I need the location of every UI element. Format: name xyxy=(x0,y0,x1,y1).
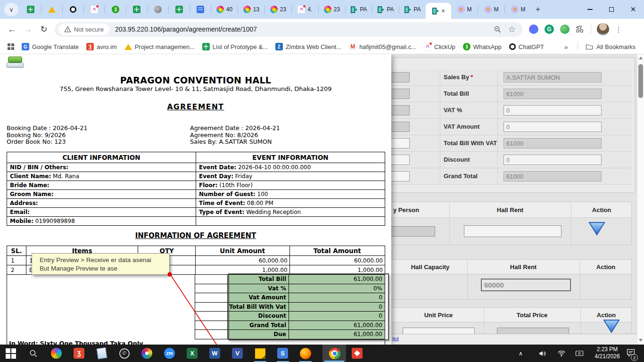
taskbar-notepad[interactable] xyxy=(96,347,107,359)
bookmark-prototype-list[interactable]: List of Prototype &... xyxy=(202,43,268,50)
address-bar[interactable]: Not secure 203.95.220.106/paragon/agreem… xyxy=(55,22,522,37)
sales-by-input[interactable] xyxy=(504,72,602,82)
action-dropdown-triangle[interactable] xyxy=(588,222,605,236)
bookmark-gmail[interactable]: Mhafijmit05@gmail.c... xyxy=(349,43,416,50)
start-button[interactable] xyxy=(5,347,17,359)
back-button[interactable]: ← xyxy=(4,21,20,37)
bookmark-avro[interactable]: Ʒavro.im xyxy=(86,43,117,50)
pinned-tab-sheets[interactable] xyxy=(20,1,41,17)
new-tab-button[interactable]: + xyxy=(531,3,545,16)
taskbar-search-button[interactable] xyxy=(27,347,39,359)
scroll-up-arrow[interactable] xyxy=(639,57,643,59)
tab-m-3[interactable]: M xyxy=(505,1,531,17)
extension-icon[interactable] xyxy=(529,25,538,34)
bookmarks-overflow-button[interactable]: » xyxy=(564,43,568,51)
apps-grid-icon[interactable] xyxy=(8,43,14,50)
tab-m-1[interactable]: M xyxy=(451,1,478,17)
hidden-field-stub[interactable] xyxy=(389,138,410,148)
tray-cast[interactable] xyxy=(573,347,585,359)
zoom-icon[interactable] xyxy=(494,25,502,33)
grammarly-icon[interactable]: G xyxy=(545,25,554,34)
tab-m-2[interactable]: M xyxy=(478,1,504,17)
notification-center-button[interactable]: 2 xyxy=(626,348,636,359)
window-minimize-button[interactable] xyxy=(579,0,601,19)
tab-active-paragon[interactable]: × xyxy=(426,3,451,19)
browser-menu-button[interactable]: ⋮ xyxy=(615,25,622,34)
hidden-field-stub[interactable] xyxy=(389,72,410,82)
tab-40[interactable]: 40 xyxy=(211,1,238,17)
tab-pa-3[interactable]: PA xyxy=(399,1,426,17)
pinned-tab-clickup[interactable] xyxy=(84,1,105,17)
taskbar-avro[interactable]: Ʒ xyxy=(73,347,85,359)
hidden-field-stub[interactable] xyxy=(389,122,410,132)
taskbar-whatsapp[interactable]: ✆ xyxy=(118,347,130,359)
taskbar-s-app[interactable]: S xyxy=(277,347,289,359)
tab-clickup-4[interactable]: 4. xyxy=(292,1,318,17)
bookmark-project-management[interactable]: Project managemen... xyxy=(124,43,195,50)
bookmark-chatgpt[interactable]: ChatGPT xyxy=(509,43,544,50)
total-bill-with-vat-input[interactable] xyxy=(504,138,602,148)
bookmark-star-icon[interactable]: ☆ xyxy=(508,24,516,34)
hidden-field-stub[interactable] xyxy=(389,105,410,115)
extension-leaf-icon[interactable] xyxy=(560,25,570,34)
pinned-tab-sheets-2[interactable] xyxy=(126,1,147,17)
taskbar-excel[interactable]: X xyxy=(186,347,198,359)
bookmark-zimbra[interactable]: ZZimbra Web Client... xyxy=(275,43,341,50)
extensions-puzzle-icon[interactable] xyxy=(576,25,585,34)
taskbar-red-app[interactable] xyxy=(351,347,363,359)
page-scrollbar[interactable] xyxy=(637,54,644,345)
tray-volume[interactable] xyxy=(537,347,548,359)
pinned-tab-whatsapp[interactable]: 3 xyxy=(105,1,126,17)
pinned-tab-docs[interactable] xyxy=(190,1,211,17)
tab-13[interactable]: 13 xyxy=(238,1,264,17)
hidden-field-stub[interactable] xyxy=(389,89,410,99)
scrollbar-thumb[interactable] xyxy=(638,64,643,98)
tray-expand-button[interactable]: ∧ xyxy=(515,347,527,359)
forward-button[interactable]: → xyxy=(20,21,36,37)
hidden-field-stub[interactable] xyxy=(389,155,410,165)
hall-rent-input-2[interactable] xyxy=(481,279,571,291)
tab-pa-1[interactable]: PA xyxy=(346,1,372,17)
hall-rent-input-1[interactable] xyxy=(464,225,561,237)
action-dropdown-triangle[interactable] xyxy=(603,319,620,333)
tab-23[interactable]: 23 xyxy=(265,1,291,17)
footer-link[interactable]: ltd xyxy=(392,336,399,343)
tab-pa-2[interactable]: PA xyxy=(372,1,399,17)
all-bookmarks-button[interactable]: All Bookmarks xyxy=(578,42,636,51)
taskbar-firefox[interactable] xyxy=(299,347,311,359)
tab-search-button[interactable]: ∨ xyxy=(4,3,18,16)
person-stub-input[interactable] xyxy=(390,226,435,237)
whatsapp-phone-icon: ✆ xyxy=(119,348,130,359)
taskbar-sticky-notes[interactable] xyxy=(254,347,266,359)
bookmark-whatsapp[interactable]: 3WhatsApp xyxy=(463,43,502,50)
total-bill-input[interactable] xyxy=(504,89,602,99)
taskbar-word[interactable]: W xyxy=(209,347,221,359)
tray-wifi[interactable] xyxy=(555,347,567,359)
tab-23-2[interactable]: 23 xyxy=(319,1,345,17)
pinned-tab-sheets-3[interactable] xyxy=(169,1,190,17)
hidden-field-stub[interactable] xyxy=(389,171,410,181)
profile-avatar[interactable] xyxy=(597,23,609,35)
pinned-tab-openai[interactable] xyxy=(63,1,83,17)
taskbar-zoom[interactable]: zm xyxy=(164,347,175,359)
bookmark-google-translate[interactable]: GGoogle Translate xyxy=(22,43,79,50)
scroll-down-arrow[interactable] xyxy=(639,339,643,342)
grand-total-input[interactable] xyxy=(504,171,602,181)
taskbar-visio[interactable]: V xyxy=(231,347,243,359)
pinned-tab-globe[interactable] xyxy=(148,1,168,17)
discount-input[interactable] xyxy=(504,155,602,165)
window-close-button[interactable]: ✕ xyxy=(622,0,644,19)
window-restore-button[interactable] xyxy=(601,0,622,19)
pinned-tab-drive[interactable] xyxy=(41,1,62,17)
print-button[interactable] xyxy=(7,57,24,69)
taskbar-copilot[interactable] xyxy=(50,347,62,359)
reload-button[interactable]: ↻ xyxy=(36,21,52,37)
bookmark-clickup[interactable]: ClickUp xyxy=(424,43,455,50)
vat-amount-input[interactable] xyxy=(504,122,602,132)
taskbar-media-app[interactable] xyxy=(141,347,153,359)
vat-pct-input[interactable] xyxy=(504,105,602,115)
security-chip[interactable]: Not secure xyxy=(58,24,109,35)
system-clock[interactable]: 2:23 PM 4/21/2026 xyxy=(590,346,624,360)
taskbar-chrome-active[interactable] xyxy=(322,345,346,362)
tab-close-button[interactable]: × xyxy=(441,8,445,14)
